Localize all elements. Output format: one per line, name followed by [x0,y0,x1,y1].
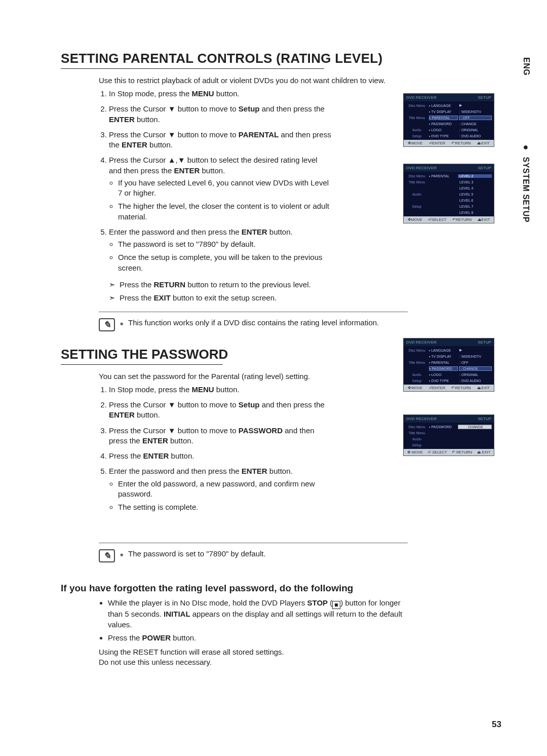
section1-steps: In Stop mode, press the MENU button. Pre… [99,89,332,273]
s2-step5: Enter the password and then press the EN… [109,466,332,512]
page-number: 53 [492,720,501,730]
section2-rule [61,364,223,365]
s2-step3: Press the Cursor ▼ button to move to PAS… [109,426,332,446]
s2-step4: Press the ENTER button. [109,451,332,461]
s1-step3: Press the Cursor ▼ button to move to PAR… [109,130,332,150]
s1-step5: Enter the password and then press the EN… [109,227,332,273]
side-section-label: ● SYSTEM SETUP [520,142,531,222]
section1-arrow-list: Press the RETURN button to return to the… [109,280,362,303]
s2-step1: In Stop mode, press the MENU button. [109,385,332,395]
s1-step1: In Stop mode, press the MENU button. [109,89,332,99]
section3-bullets: While the player is in No DIsc mode, hol… [99,598,412,643]
note-icon: ✎ [99,549,115,562]
s1-step4: Press the Cursor ▲,▼ button to select th… [109,155,332,222]
section3-p1: Using the RESET function will erase all … [99,647,501,657]
section3-title: If you have forgotten the rating level p… [61,583,501,594]
osd-screenshot-3: DVD RECEIVERSETUP Disc Menu• LANGUAGE▶ •… [403,338,494,392]
section2-note: ✎ ■ The password is set to "7890" by def… [99,543,408,562]
osd-screenshot-4: DVD RECEIVERSETUP Disc Menu• PASSWORDCHA… [403,414,494,456]
side-language-label: ENG [522,57,531,75]
section1-note: ✎ ■ This function works only if a DVD di… [99,312,408,331]
s1-step2: Press the Cursor ▼ button to move to Set… [109,104,332,125]
section1-rule [61,68,324,69]
section1-intro: Use this to restrict playback of adult o… [99,76,501,85]
stop-icon [332,601,340,609]
s2-step2: Press the Cursor ▼ button to move to Set… [109,400,332,421]
section3-p2: Do not use this unless necessary. [99,657,501,667]
note-icon: ✎ [99,318,115,331]
section1-title: SETTING PARENTAL CONTROLS (RATING LEVEL) [61,51,501,66]
section2-steps: In Stop mode, press the MENU button. Pre… [99,385,332,513]
osd-screenshot-1: DVD RECEIVERSETUP Disc Menu• LANGUAGE▶ •… [403,93,494,147]
osd-screenshot-2: DVD RECEIVERSETUP Disc Menu• PARENTALLEV… [403,164,494,223]
